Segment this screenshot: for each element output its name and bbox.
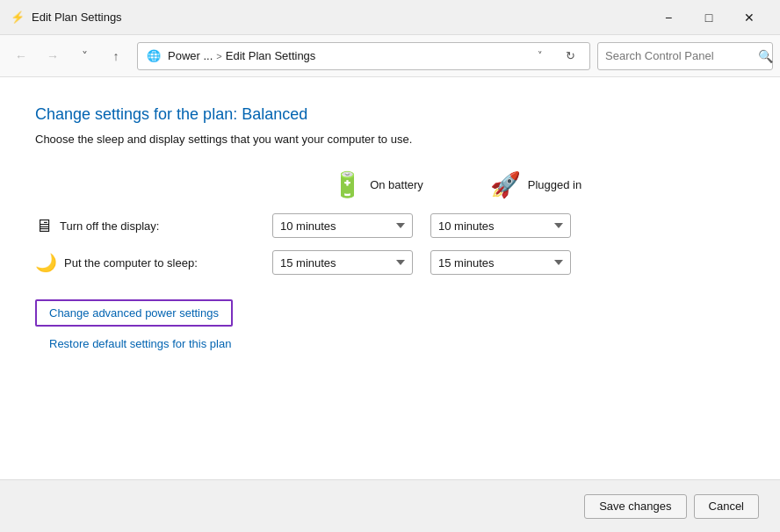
navigation-bar: ← → ˅ ↑ 🌐 Power ... > Edit Plan Settings… — [0, 35, 780, 77]
address-dropdown-button[interactable]: ˅ — [528, 44, 552, 68]
display-row-label: 🖥 Turn off the display: — [35, 216, 264, 236]
recent-locations-button[interactable]: ˅ — [70, 42, 98, 70]
sleep-row: 🌙 Put the computer to sleep: 15 minutes … — [35, 250, 745, 275]
back-button[interactable]: ← — [7, 42, 35, 70]
address-bar: 🌐 Power ... > Edit Plan Settings ˅ ↻ — [137, 42, 590, 70]
footer: Save changes Cancel — [0, 479, 780, 532]
plugged-icon: 🚀 — [490, 170, 521, 199]
address-icon: 🌐 — [145, 47, 162, 65]
page-subtitle: Choose the sleep and display settings th… — [35, 133, 745, 146]
display-battery-dropdown[interactable]: 10 minutes 1 minute 2 minutes 5 minutes … — [272, 213, 413, 238]
display-row: 🖥 Turn off the display: 10 minutes 1 min… — [35, 213, 745, 238]
breadcrumb-separator: > — [216, 51, 221, 61]
on-battery-header: 🔋 On battery — [299, 170, 457, 199]
save-changes-button[interactable]: Save changes — [584, 494, 686, 519]
display-battery-cell: 10 minutes 1 minute 2 minutes 5 minutes … — [264, 213, 422, 238]
search-input[interactable] — [605, 49, 753, 62]
page-title: Change settings for the plan: Balanced — [35, 105, 745, 124]
cancel-button[interactable]: Cancel — [694, 494, 759, 519]
display-plugged-dropdown[interactable]: 10 minutes 1 minute 2 minutes 5 minutes … — [430, 213, 571, 238]
plugged-in-label: Plugged in — [528, 178, 581, 191]
main-content: Change settings for the plan: Balanced C… — [0, 77, 780, 479]
links-section: Change advanced power settings Restore d… — [35, 299, 745, 350]
search-box: 🔍 — [597, 42, 773, 70]
settings-header: 🔋 On battery 🚀 Plugged in — [35, 170, 745, 199]
display-label-text: Turn off the display: — [60, 219, 159, 233]
breadcrumb-power[interactable]: Power ... — [168, 49, 213, 62]
display-icon: 🖥 — [35, 216, 53, 236]
sleep-icon: 🌙 — [35, 252, 57, 273]
advanced-power-settings-link[interactable]: Change advanced power settings — [35, 299, 233, 327]
sleep-row-label: 🌙 Put the computer to sleep: — [35, 252, 264, 273]
window-controls: − □ ✕ — [648, 4, 769, 32]
sleep-battery-cell: 15 minutes 1 minute 2 minutes 5 minutes … — [264, 250, 422, 275]
breadcrumb-current: Edit Plan Settings — [226, 49, 316, 62]
display-plugged-cell: 10 minutes 1 minute 2 minutes 5 minutes … — [422, 213, 580, 238]
window-title: Edit Plan Settings — [32, 11, 648, 24]
breadcrumb: Power ... > Edit Plan Settings — [168, 49, 523, 62]
battery-icon: 🔋 — [332, 170, 363, 199]
close-button[interactable]: ✕ — [729, 4, 769, 32]
sleep-label-text: Put the computer to sleep: — [64, 256, 198, 270]
minimize-button[interactable]: − — [648, 4, 689, 32]
sleep-plugged-dropdown[interactable]: 15 minutes 1 minute 2 minutes 5 minutes … — [430, 250, 571, 275]
window-icon: ⚡ — [11, 11, 25, 25]
on-battery-label: On battery — [370, 178, 423, 191]
maximize-button[interactable]: □ — [689, 4, 729, 32]
up-button[interactable]: ↑ — [102, 42, 130, 70]
title-bar: ⚡ Edit Plan Settings − □ ✕ — [0, 0, 780, 35]
search-icon: 🔍 — [758, 49, 773, 63]
sleep-plugged-cell: 15 minutes 1 minute 2 minutes 5 minutes … — [422, 250, 580, 275]
restore-defaults-link[interactable]: Restore default settings for this plan — [35, 337, 745, 350]
refresh-button[interactable]: ↻ — [558, 44, 582, 68]
sleep-battery-dropdown[interactable]: 15 minutes 1 minute 2 minutes 5 minutes … — [272, 250, 413, 275]
plugged-in-header: 🚀 Plugged in — [457, 170, 615, 199]
forward-button[interactable]: → — [39, 42, 67, 70]
